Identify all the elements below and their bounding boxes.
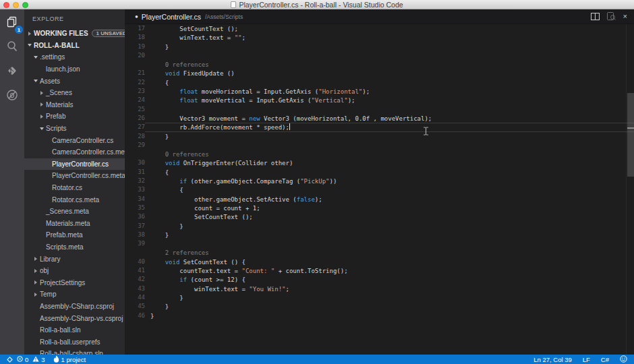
tree-item[interactable]: Library	[24, 253, 125, 265]
tree-item-label: _Scenes.meta	[46, 208, 89, 215]
code-line[interactable]: 21 void FixedUpdate ()	[125, 69, 634, 78]
warnings-indicator[interactable]: 3	[32, 356, 45, 363]
tree-item[interactable]: Assembly-CSharp.csproj	[24, 301, 125, 313]
line-number	[125, 150, 145, 158]
tree-item[interactable]: Scripts.meta	[24, 241, 125, 253]
code-line[interactable]: 38 }	[125, 231, 634, 239]
chevron-right-icon	[33, 257, 38, 261]
line-number: 27	[125, 123, 145, 131]
code-line[interactable]: 31 {	[125, 168, 634, 177]
code-line-text: 0 references	[145, 150, 634, 158]
code-line[interactable]: 24 float moveVertical = Input.GetAxis ("…	[125, 96, 634, 104]
search-tab[interactable]	[5, 40, 20, 55]
line-number: 46	[125, 311, 145, 320]
project-indicator[interactable]: 1 project	[53, 355, 86, 364]
tree-item-label: ProjectSettings	[40, 279, 85, 286]
code-line[interactable]: 42 if (count >= 12) {	[125, 275, 634, 284]
tree-item[interactable]: Assembly-CSharp-vs.csproj	[24, 312, 125, 324]
tree-item[interactable]: ProjectSettings	[24, 276, 125, 289]
errors-indicator[interactable]: 0	[17, 356, 28, 363]
tree-item[interactable]: Temp	[24, 289, 125, 301]
code-line[interactable]: 32 if (other.gameObject.CompareTag ("Pic…	[125, 177, 634, 185]
tree-item[interactable]: CameraController.cs.meta	[24, 146, 125, 158]
code-line[interactable]: 18 winText.text = "";	[125, 33, 634, 42]
tree-item[interactable]: PlayerController.cs	[24, 158, 125, 171]
code-line[interactable]: 19 }	[125, 42, 634, 51]
scrollbar-thumb[interactable]	[627, 93, 634, 177]
tree-item[interactable]: Prefab.meta	[24, 229, 125, 241]
git-tab[interactable]	[5, 65, 20, 80]
chevron-right-icon	[33, 293, 38, 297]
codelens-line[interactable]: 2 references	[125, 248, 634, 257]
code-line[interactable]: 22 {	[125, 78, 634, 87]
code-line[interactable]: 35 count = count + 1;	[125, 204, 634, 212]
code-line[interactable]: 43 winText.text = "You Win!";	[125, 284, 634, 293]
line-number: 43	[125, 284, 145, 293]
codelens-line[interactable]: 0 references	[125, 150, 634, 158]
code-line[interactable]: 30 void OnTriggerEnter(Collider other)	[125, 158, 634, 167]
tree-item[interactable]: Roll-a-ball.userprefs	[24, 336, 125, 348]
code-line[interactable]: 26 Vector3 movement = new Vector3 (moveH…	[125, 114, 634, 123]
tree-item[interactable]: Roll-a-ball-csharp.sln	[24, 348, 125, 355]
tree-item[interactable]: .settings	[24, 51, 125, 63]
smiley-icon[interactable]	[620, 355, 627, 364]
editor-scrollbar[interactable]	[626, 24, 634, 355]
line-number: 34	[125, 195, 145, 204]
codelens-line[interactable]: 0 references	[125, 60, 634, 69]
tree-item-label: Materials	[46, 101, 74, 109]
line-number: 35	[125, 204, 145, 212]
cursor-position[interactable]: Ln 27, Col 39	[534, 356, 572, 363]
tree-item[interactable]: PlayerController.cs.meta	[24, 170, 125, 182]
omnisharp-status[interactable]	[7, 357, 13, 363]
tree-item[interactable]: Rotator.cs.meta	[24, 193, 125, 206]
code-line[interactable]: 27 rb.AddForce(movement * speed);	[125, 123, 634, 131]
code-line[interactable]: 36 SetCountText ();	[125, 212, 634, 221]
code-line[interactable]: 44 }	[125, 293, 634, 302]
tree-item[interactable]: Materials	[24, 99, 125, 111]
project-root-folder[interactable]: ROLL-A-BALL	[24, 40, 125, 52]
eol-selector[interactable]: LF	[583, 356, 590, 363]
code-line-text: SetCountText ();	[145, 212, 634, 221]
debug-tab[interactable]	[5, 89, 20, 104]
split-editor-icon[interactable]	[591, 11, 600, 23]
language-mode[interactable]: C#	[601, 356, 609, 363]
code-line[interactable]: 23 float moveHorizontal = Input.GetAxis …	[125, 87, 634, 96]
code-line[interactable]: 17 SetCountText ();	[125, 24, 634, 33]
code-line[interactable]: 33 {	[125, 185, 634, 194]
code-line[interactable]: 41 countText.text = "Count: " + count.To…	[125, 266, 634, 275]
tree-item[interactable]: CameraController.cs	[24, 134, 125, 146]
tree-item[interactable]: Materials.meta	[24, 218, 125, 230]
tree-item[interactable]: Rotator.cs	[24, 182, 125, 194]
code-line[interactable]: 20	[125, 51, 634, 60]
tree-item[interactable]: launch.json	[24, 63, 125, 75]
tree-item[interactable]: obj	[24, 265, 125, 277]
code-line[interactable]: 25	[125, 105, 634, 114]
tab-playercontroller[interactable]: PlayerController.cs	[142, 13, 201, 21]
code-line[interactable]: 34 other.gameObject.SetActive (false);	[125, 195, 634, 204]
line-number: 22	[125, 78, 145, 87]
tree-item[interactable]: _Scenes	[24, 87, 125, 99]
code-line-text: {	[145, 185, 634, 194]
code-line[interactable]: 46}	[125, 311, 634, 320]
tree-item[interactable]: Roll-a-ball.sln	[24, 324, 125, 336]
chevron-down-icon	[27, 44, 32, 47]
working-files-section[interactable]: WORKING FILES 1 UNSAVED	[24, 28, 125, 40]
code-line[interactable]: 29	[125, 141, 634, 150]
code-line[interactable]: 39	[125, 239, 634, 248]
code-line-text	[145, 141, 634, 150]
tree-item[interactable]: Assets	[24, 75, 125, 87]
code-line[interactable]: 40 void SetCountText () {	[125, 257, 634, 266]
line-number	[125, 60, 145, 69]
code-line[interactable]: 45 }	[125, 302, 634, 311]
tree-item[interactable]: Prefab	[24, 111, 125, 123]
chevron-down-icon	[39, 127, 45, 130]
code-line[interactable]: 37 }	[125, 222, 634, 231]
tree-item[interactable]: _Scenes.meta	[24, 206, 125, 218]
tree-item[interactable]: Scripts	[24, 123, 125, 135]
preview-icon[interactable]	[607, 11, 616, 23]
tree-item-label: Prefab.meta	[46, 231, 82, 239]
code-line[interactable]: 28 }	[125, 132, 634, 141]
code-editor[interactable]: 17 SetCountText ();18 winText.text = "";…	[125, 24, 634, 355]
explorer-tab[interactable]: 1	[5, 16, 20, 31]
close-icon[interactable]: ×	[623, 13, 627, 20]
